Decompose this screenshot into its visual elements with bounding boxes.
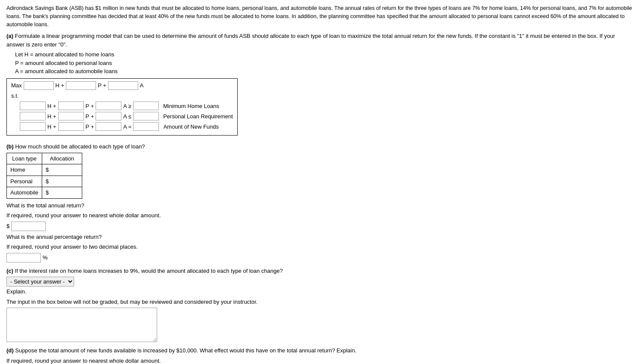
constraint-row-3: H + P + A = Amount of New Funds [20, 122, 233, 131]
c3-rhs[interactable] [133, 122, 159, 131]
let-P: P = amount allocated to personal loans [15, 59, 633, 68]
loan-alloc-home: $ [42, 164, 82, 176]
total-return-input-row: $ [6, 222, 633, 231]
part-c-question: (c) If the interest rate on home loans i… [6, 267, 633, 275]
c1-rhs[interactable] [133, 102, 159, 110]
col-loan-type: Loan type [7, 153, 42, 164]
part-b-question: (b) How much should be allocated to each… [6, 142, 633, 151]
pct-symbol-b: % [43, 253, 48, 262]
part-a-question: (a) Formulate a linear programming model… [6, 32, 633, 49]
c3-P-coeff[interactable] [58, 122, 84, 131]
pct-return-input-row: % [6, 253, 633, 262]
st-label: s.t. [11, 92, 233, 100]
c3-desc: Amount of New Funds [163, 123, 219, 131]
part-d-question: (d) Suppose the total amount of new fund… [6, 346, 633, 355]
pct-return-question: What is the annual percentage return? [6, 233, 633, 241]
part-c-explanation-textarea[interactable] [6, 308, 157, 342]
c1-A-coeff[interactable] [96, 102, 121, 110]
personal-allocation-input[interactable] [50, 178, 78, 185]
max-H-plus: H + [56, 81, 65, 90]
auto-allocation-input[interactable] [50, 189, 78, 196]
variable-definitions: Let H = amount allocated to home loans P… [15, 50, 633, 76]
total-return-question: What is the total annual return? [6, 201, 633, 210]
c2-A-coeff[interactable] [96, 112, 121, 120]
loan-type-auto: Automobile [7, 187, 42, 199]
round-note-b2: If required, round your answer to two de… [6, 243, 633, 251]
round-note-d: If required, round your answer to neares… [6, 357, 633, 364]
max-row: Max H + P + A [11, 81, 233, 90]
c2-H-coeff[interactable] [20, 112, 46, 120]
intro-text: Adirondack Savings Bank (ASB) has $1 mil… [6, 5, 632, 28]
c2-rhs[interactable] [133, 112, 159, 120]
loan-type-home: Home [7, 164, 42, 176]
home-allocation-input[interactable] [50, 167, 78, 173]
max-H-coeff[interactable] [24, 81, 54, 90]
constraint-row-2: H + P + A ≤ Personal Loan Requirement [20, 112, 233, 120]
part-c-select[interactable]: - Select your answer - Yes No [6, 277, 74, 287]
dollar-symbol-b: $ [6, 222, 9, 231]
max-A-label: A [140, 81, 144, 90]
intro-paragraph: Adirondack Savings Bank (ASB) has $1 mil… [6, 4, 633, 28]
col-allocation: Allocation [42, 153, 82, 164]
loan-alloc-personal: $ [42, 176, 82, 187]
explain-label: Explain. [6, 287, 633, 296]
c2-desc: Personal Loan Requirement [163, 112, 233, 121]
constraint-row-1: H + P + A ≥ Minimum Home Loans [20, 102, 233, 110]
let-A: A = amount allocated to automobile loans [15, 67, 633, 76]
let-H: Let H = amount allocated to home loans [15, 50, 633, 59]
c1-H-coeff[interactable] [20, 102, 46, 110]
max-label: Max [11, 81, 22, 90]
c2-P-coeff[interactable] [58, 112, 84, 120]
total-return-input[interactable] [11, 222, 46, 231]
loan-type-personal: Personal [7, 176, 42, 187]
c1-desc: Minimum Home Loans [163, 102, 219, 111]
max-P-plus: P + [98, 81, 106, 90]
c3-H-coeff[interactable] [20, 122, 46, 131]
round-note-b: If required, round your answer to neares… [6, 211, 633, 220]
table-row: Automobile $ [7, 187, 82, 199]
c3-A-coeff[interactable] [96, 122, 121, 131]
loan-alloc-auto: $ [42, 187, 82, 199]
lp-model-box: Max H + P + A s.t. H + P + A ≥ Minimum H… [6, 78, 238, 136]
c1-P-coeff[interactable] [58, 102, 84, 110]
loan-allocation-table: Loan type Allocation Home $ Personal $ [6, 153, 82, 199]
max-P-coeff[interactable] [66, 81, 96, 90]
not-graded-text: The input in the box below will not be g… [6, 298, 633, 306]
table-row: Personal $ [7, 176, 82, 187]
max-A-coeff[interactable] [108, 81, 138, 90]
table-row: Home $ [7, 164, 82, 176]
pct-return-input[interactable] [6, 253, 41, 262]
